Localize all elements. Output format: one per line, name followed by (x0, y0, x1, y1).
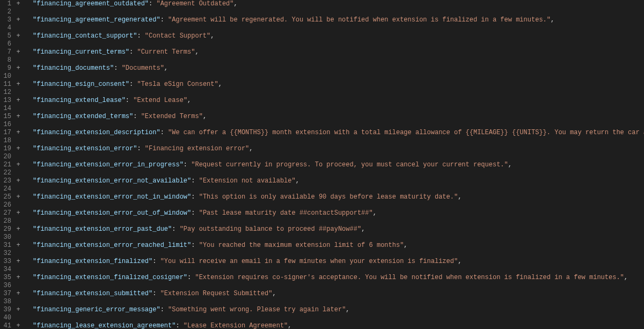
diff-line[interactable]: 17+"financing_extension_description": "W… (0, 129, 644, 137)
code-content[interactable]: "financing_extension_submitted": "Extens… (23, 290, 276, 298)
diff-marker: + (13, 193, 23, 201)
line-number: 25 (0, 193, 13, 201)
diff-line[interactable]: 36 (0, 282, 644, 290)
line-number: 35 (0, 274, 13, 282)
diff-line[interactable]: 8 (0, 56, 644, 64)
diff-line[interactable]: 24 (0, 185, 644, 193)
diff-line[interactable]: 34 (0, 266, 644, 274)
code-content[interactable]: "financing_extension_error_past_due": "P… (23, 225, 365, 233)
code-content[interactable]: "financing_agreement_outdated": "Agreeme… (23, 0, 238, 8)
diff-line[interactable]: 37+"financing_extension_submitted": "Ext… (0, 290, 644, 298)
line-number: 34 (0, 266, 13, 274)
code-content[interactable]: "financing_extension_finalized": "You wi… (23, 258, 462, 266)
code-content[interactable]: "financing_extension_error": "Financing … (23, 145, 253, 153)
json-value: Extension requires co-signer's acceptanc… (199, 274, 620, 281)
code-content[interactable]: "financing_extension_error_not_available… (23, 177, 299, 185)
json-value: Extended Terms (145, 113, 199, 120)
line-number: 13 (0, 97, 13, 105)
diff-line[interactable]: 41+"financing_lease_extension_agreement"… (0, 322, 644, 329)
diff-view[interactable]: 1+"financing_agreement_outdated": "Agree… (0, 0, 644, 329)
code-content[interactable]: "financing_extension_error_reached_limit… (23, 242, 408, 250)
code-content[interactable]: "financing_extension_error_not_in_window… (23, 193, 462, 201)
diff-line[interactable]: 35+"financing_extension_finalized_cosign… (0, 274, 644, 282)
diff-line[interactable]: 11+"financing_esign_consent": "Tesla eSi… (0, 81, 644, 89)
diff-line[interactable]: 27+"financing_extension_error_out_of_win… (0, 209, 644, 217)
diff-line[interactable]: 16 (0, 121, 644, 129)
code-content[interactable]: "financing_current_terms": "Current Term… (23, 48, 199, 56)
diff-line[interactable]: 33+"financing_extension_finalized": "You… (0, 258, 644, 266)
diff-line[interactable]: 7+"financing_current_terms": "Current Te… (0, 48, 644, 56)
diff-line[interactable]: 21+"financing_extension_error_in_progres… (0, 161, 644, 169)
json-value: Agreement Outdated (160, 0, 230, 8)
diff-marker: + (13, 32, 23, 40)
diff-marker: + (13, 274, 23, 282)
json-value: Extension Request Submitted (164, 290, 268, 297)
line-number: 41 (0, 322, 13, 329)
line-number: 37 (0, 290, 13, 298)
code-content[interactable]: "financing_extension_description": "We c… (23, 129, 644, 137)
diff-line[interactable]: 9+"financing_documents": "Documents", (0, 64, 644, 72)
code-content[interactable]: "financing_extend_lease": "Extend Lease"… (23, 97, 191, 105)
json-key: financing_lease_extension_agreement (36, 322, 172, 329)
json-key: financing_documents (36, 64, 110, 72)
diff-line[interactable]: 4 (0, 24, 644, 32)
diff-line[interactable]: 39+"financing_generic_error_message": "S… (0, 306, 644, 314)
json-key: financing_extend_lease (36, 97, 121, 104)
diff-line[interactable]: 23+"financing_extension_error_not_availa… (0, 177, 644, 185)
diff-line[interactable]: 40 (0, 314, 644, 322)
code-content[interactable]: "financing_lease_extension_agreement": "… (23, 322, 292, 329)
json-value: Past lease maturity date ##contactSuppor… (203, 209, 369, 217)
diff-line[interactable]: 10 (0, 72, 644, 81)
diff-line[interactable]: 25+"financing_extension_error_not_in_win… (0, 193, 644, 201)
diff-line[interactable]: 28 (0, 217, 644, 225)
diff-line[interactable]: 12 (0, 89, 644, 97)
line-number: 40 (0, 314, 13, 322)
line-number: 1 (0, 0, 13, 8)
diff-line[interactable]: 13+"financing_extend_lease": "Extend Lea… (0, 97, 644, 105)
diff-line[interactable]: 38 (0, 298, 644, 306)
line-number: 15 (0, 113, 13, 121)
json-key: financing_extension_finalized_cosigner (36, 274, 184, 281)
code-content[interactable]: "financing_esign_consent": "Tesla eSign … (23, 81, 222, 89)
diff-marker: + (13, 225, 23, 233)
diff-line[interactable]: 26 (0, 201, 644, 209)
diff-line[interactable]: 32 (0, 250, 644, 258)
code-content[interactable]: "financing_extension_error_in_progress":… (23, 161, 512, 169)
line-number: 2 (0, 8, 13, 16)
diff-line[interactable]: 6 (0, 40, 644, 48)
line-number: 24 (0, 185, 13, 193)
diff-marker: + (13, 113, 23, 121)
line-number: 14 (0, 105, 13, 113)
line-number: 4 (0, 24, 13, 32)
diff-line[interactable]: 19+"financing_extension_error": "Financi… (0, 145, 644, 153)
line-number: 39 (0, 306, 13, 314)
diff-line[interactable]: 2 (0, 8, 644, 16)
code-content[interactable]: "financing_agreement_regenerated": "Agre… (23, 16, 554, 24)
diff-line[interactable]: 29+"financing_extension_error_past_due":… (0, 225, 644, 233)
code-content[interactable]: "financing_extension_error_out_of_window… (23, 209, 377, 217)
code-content[interactable]: "financing_extension_finalized_cosigner"… (23, 274, 628, 282)
diff-marker: + (13, 81, 23, 89)
diff-marker: + (13, 306, 23, 314)
json-value: You will receive an email in a few minut… (164, 258, 454, 265)
json-key: financing_extension_error_reached_limit (36, 242, 187, 249)
json-key: financing_extension_error_not_in_window (36, 193, 187, 201)
code-content[interactable]: "financing_contact_support": "Contact Su… (23, 32, 214, 40)
line-number: 31 (0, 242, 13, 250)
diff-line[interactable]: 18 (0, 137, 644, 145)
diff-line[interactable]: 15+"financing_extended_terms": "Extended… (0, 113, 644, 121)
diff-line[interactable]: 5+"financing_contact_support": "Contact … (0, 32, 644, 40)
code-content[interactable]: "financing_generic_error_message": "Some… (23, 306, 350, 314)
diff-line[interactable]: 31+"financing_extension_error_reached_li… (0, 242, 644, 250)
line-number: 7 (0, 48, 13, 56)
diff-line[interactable]: 22 (0, 169, 644, 177)
line-number: 26 (0, 201, 13, 209)
diff-line[interactable]: 3+"financing_agreement_regenerated": "Ag… (0, 16, 644, 24)
diff-line[interactable]: 14 (0, 105, 644, 113)
diff-line[interactable]: 1+"financing_agreement_outdated": "Agree… (0, 0, 644, 8)
code-content[interactable]: "financing_documents": "Documents", (23, 64, 168, 72)
diff-line[interactable]: 20 (0, 153, 644, 161)
json-value: Contact Support (149, 32, 207, 40)
diff-line[interactable]: 30 (0, 233, 644, 242)
code-content[interactable]: "financing_extended_terms": "Extended Te… (23, 113, 207, 121)
